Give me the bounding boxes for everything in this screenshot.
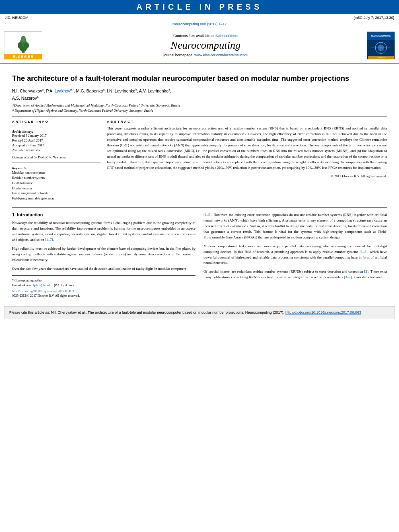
body-left-col: 1. Introduction Nowadays the reliability… <box>12 212 195 298</box>
abstract-text: This paper suggests a rather efficient a… <box>107 126 387 171</box>
svg-point-4 <box>18 42 23 49</box>
footnote-area: * Corresponding author. E-mail address: … <box>12 275 195 298</box>
ref-1-5-b[interactable]: [1–5] <box>360 250 368 254</box>
keyword-3: Fault-tolerance <box>12 181 101 186</box>
history-label: Article history: <box>12 129 101 134</box>
citation-bar: Please cite this article as: N.I. Chervy… <box>4 306 395 319</box>
elsevier-brand-text: ELSEVIER <box>4 54 42 59</box>
available-online: Available online xxx <box>12 148 101 152</box>
keyword-6: Field-programmable gate array <box>12 196 101 201</box>
doi-line[interactable]: Neurocomputing 000 (2017) 1–12 <box>0 21 399 28</box>
journal-homepage-link[interactable]: www.elsevier.com/locate/neucom <box>194 53 248 57</box>
abstract-copyright: © 2017 Elsevier B.V. All rights reserved… <box>107 174 387 178</box>
keywords-label: Keywords: <box>12 166 101 170</box>
section-number: 1. <box>12 212 16 217</box>
journal-center-info: Contents lists available at ScienceDirec… <box>44 34 367 57</box>
keyword-1: Modular neurocomputer <box>12 170 101 175</box>
article-in-press-banner: ARTICLE IN PRESS <box>0 0 399 14</box>
communicated-by: Communicated by Prof. R.W. Newcomb <box>12 155 101 159</box>
svg-point-3 <box>21 36 26 42</box>
copyright-footer: 0925-2312/© 2017 Elsevier B.V. All right… <box>12 294 195 298</box>
intro-para-2: High reliability must be achieved by fur… <box>12 246 195 263</box>
top-meta: JID: NEUCOM [m5G;July 7, 2017;13:30] <box>0 14 399 21</box>
citation-text: Please cite this article as: N.I. Chervy… <box>9 310 285 314</box>
journal-homepage: journal homepage: www.elsevier.com/locat… <box>44 53 367 57</box>
revised-date: Revised 28 April 2017 <box>12 138 101 142</box>
sciencedirect-line: Contents lists available at ScienceDirec… <box>44 34 367 38</box>
banner-text: ARTICLE IN PRESS <box>136 2 263 11</box>
doi-link[interactable]: http://dx.doi.org/10.1016/j.neucom.2017.… <box>12 290 74 293</box>
accepted-date: Accepted 25 June 2017 <box>12 143 101 147</box>
cover-image: NEUROCOMPUTING ELSEVIER <box>367 32 395 59</box>
article-history-section: Article history: Received 8 January 2017… <box>12 126 101 152</box>
citation-doi-link[interactable]: http://dx.doi.org/10.1016/j.neucom.2017.… <box>285 310 361 314</box>
article-info-label: ARTICLE INFO <box>12 120 101 123</box>
received-date: Received 8 January 2017 <box>12 134 101 138</box>
elsevier-logo: ELSEVIER <box>4 31 44 60</box>
svg-text:ELSEVIER: ELSEVIER <box>377 57 385 59</box>
doi-footer[interactable]: http://dx.doi.org/10.1016/j.neucom.2017.… <box>12 290 195 293</box>
keyword-4: Digital neuron <box>12 186 101 191</box>
main-content: The architecture of a fault-tolerant mod… <box>0 64 399 302</box>
keyword-2: Residue number system <box>12 175 101 181</box>
intro-para-1: Nowadays the reliability of modular neur… <box>12 220 195 243</box>
body-divider <box>12 207 387 208</box>
footnote-corresponding: * Corresponding author. <box>12 278 195 283</box>
ref-3-7[interactable]: [3–7] <box>344 275 352 279</box>
svg-point-5 <box>24 42 29 49</box>
intro-heading: 1. Introduction <box>12 212 195 217</box>
ref-1-5-right[interactable]: [1–5] <box>204 213 212 217</box>
doi-text: Neurocomputing 000 (2017) 1–12 <box>173 22 227 26</box>
affiliation-b: ᵇ Department of Higher Algebra and Geome… <box>12 109 153 113</box>
journal-cover-thumbnail: NEUROCOMPUTING ELSEVIER <box>367 31 395 60</box>
intro-right-para-3: Of special interest are redundant residu… <box>204 269 387 280</box>
section-divider-1 <box>12 116 387 117</box>
keyword-5: Finite ring neural network <box>12 191 101 196</box>
intro-para-3: Over the past few years the researchers … <box>12 266 195 272</box>
keywords-section: Keywords: Modular neurocomputer Residue … <box>12 162 101 201</box>
affiliation-a: ᵃ Department of Applied Mathematics and … <box>12 103 180 107</box>
ref-1-7[interactable]: [1–7] <box>45 238 53 242</box>
info-abstract-cols: ARTICLE INFO Article history: Received 8… <box>12 120 387 201</box>
footnote-email: E-mail address: ljahov@mail.ru (P.A. Lya… <box>12 283 195 288</box>
section-title: Introduction <box>17 212 43 217</box>
body-right-col: [1–5]. However, the existing error corre… <box>204 212 387 298</box>
elsevier-tree-icon <box>11 34 35 54</box>
intro-right-para-1: [1–5]. However, the existing error corre… <box>204 212 387 240</box>
corresponding-author-link[interactable]: Lyakhov <box>55 88 70 93</box>
svg-text:NEUROCOMPUTING: NEUROCOMPUTING <box>371 35 391 37</box>
authors-line: N.I. Chervyakova, P.A. Lyakhova,*, M.G. … <box>12 87 387 101</box>
article-info-col: ARTICLE INFO Article history: Received 8… <box>12 120 101 201</box>
journal-title: Neurocomputing <box>44 39 367 51</box>
sciencedirect-link[interactable]: ScienceDirect <box>216 34 238 38</box>
date-label: [m5G;July 7, 2017;13:30] <box>354 16 394 20</box>
journal-header: ELSEVIER Contents lists available at Sci… <box>0 28 399 64</box>
abstract-col: ABSTRACT This paper suggests a rather ef… <box>107 120 387 201</box>
abstract-label: ABSTRACT <box>107 120 387 123</box>
article-title: The architecture of a fault-tolerant mod… <box>12 74 387 83</box>
affiliations: ᵃ Department of Applied Mathematics and … <box>12 103 387 113</box>
ref-2[interactable]: [2] <box>364 269 369 273</box>
intro-right-para-2: Modern computational tasks more and more… <box>204 244 387 266</box>
body-two-col: 1. Introduction Nowadays the reliability… <box>12 212 387 298</box>
email-link[interactable]: ljahov@mail.ru <box>33 283 53 287</box>
jid-label: JID: NEUCOM <box>5 16 29 20</box>
